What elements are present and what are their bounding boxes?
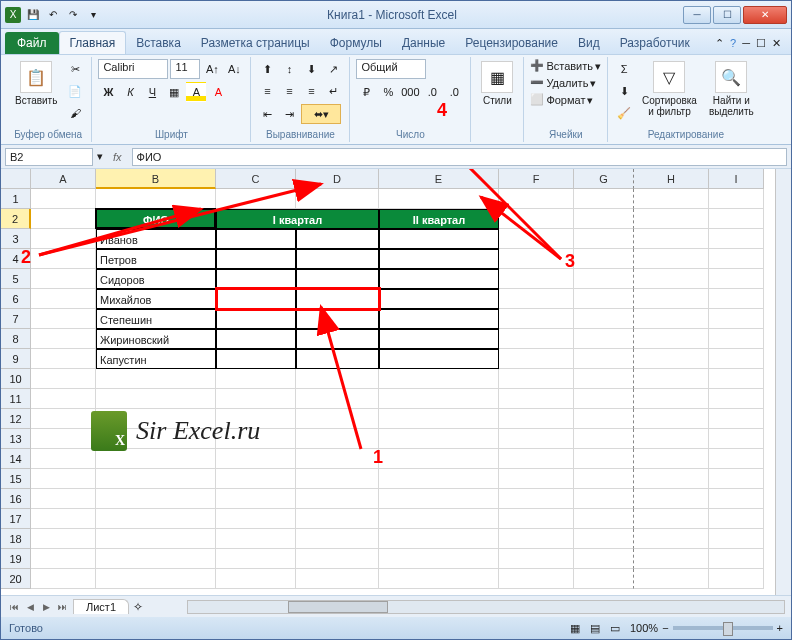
cell-e7[interactable] [379,309,499,329]
comma-icon[interactable]: 000 [400,82,420,102]
cell-i10[interactable] [709,369,764,389]
cell-b10[interactable] [96,369,216,389]
cell-i7[interactable] [709,309,764,329]
cell-a18[interactable] [31,529,96,549]
cell-g15[interactable] [574,469,634,489]
sheet-nav-last-icon[interactable]: ⏭ [55,600,69,614]
cell-a15[interactable] [31,469,96,489]
indent-right-icon[interactable]: ⇥ [279,104,299,124]
cell-h13[interactable] [634,429,709,449]
cell-f6[interactable] [499,289,574,309]
cell-f8[interactable] [499,329,574,349]
cell-i1[interactable] [709,189,764,209]
cell-c16[interactable] [216,489,296,509]
cell-d4[interactable] [296,249,379,269]
format-cells-button[interactable]: ⬜Формат ▾ [530,93,593,107]
cell-g12[interactable] [574,409,634,429]
cell-e17[interactable] [379,509,499,529]
sheet-tab-1[interactable]: Лист1 [73,599,129,614]
row-header-16[interactable]: 16 [1,489,31,509]
save-icon[interactable]: 💾 [25,7,41,23]
row-header-6[interactable]: 6 [1,289,31,309]
autosum-icon[interactable]: Σ [614,59,634,79]
row-header-3[interactable]: 3 [1,229,31,249]
increase-decimal-icon[interactable]: .0 [422,82,442,102]
col-header-d[interactable]: D [296,169,379,189]
cell-a5[interactable] [31,269,96,289]
cell-h18[interactable] [634,529,709,549]
cell-g20[interactable] [574,569,634,589]
cell-e18[interactable] [379,529,499,549]
cell-g16[interactable] [574,489,634,509]
cell-h5[interactable] [634,269,709,289]
cell-e6[interactable] [379,289,499,309]
doc-min-icon[interactable]: ─ [742,37,750,50]
insert-cells-button[interactable]: ➕Вставить ▾ [530,59,601,73]
view-layout-icon[interactable]: ▤ [590,622,600,635]
tab-formulas[interactable]: Формулы [320,32,392,54]
row-header-12[interactable]: 12 [1,409,31,429]
cut-icon[interactable]: ✂ [65,59,85,79]
cell-i3[interactable] [709,229,764,249]
horizontal-scrollbar[interactable] [187,600,785,614]
row-header-2[interactable]: 2 [1,209,31,229]
name-box[interactable]: B2 [5,148,93,166]
cell-d11[interactable] [296,389,379,409]
formula-input[interactable]: ФИО [132,148,787,166]
col-header-i[interactable]: I [709,169,764,189]
delete-cells-button[interactable]: ➖Удалить ▾ [530,76,596,90]
cell-g5[interactable] [574,269,634,289]
cell-g7[interactable] [574,309,634,329]
cell-c19[interactable] [216,549,296,569]
tab-developer[interactable]: Разработчик [610,32,700,54]
cell-a19[interactable] [31,549,96,569]
row-header-7[interactable]: 7 [1,309,31,329]
cell-i8[interactable] [709,329,764,349]
cell-f7[interactable] [499,309,574,329]
sort-filter-button[interactable]: ▽ Сортировка и фильтр [638,59,701,119]
decrease-decimal-icon[interactable]: .0 [444,82,464,102]
cell-f16[interactable] [499,489,574,509]
cell-d10[interactable] [296,369,379,389]
cell-e13[interactable] [379,429,499,449]
cell-h6[interactable] [634,289,709,309]
cell-h9[interactable] [634,349,709,369]
cell-f1[interactable] [499,189,574,209]
qat-more-icon[interactable]: ▾ [85,7,101,23]
cell-f4[interactable] [499,249,574,269]
cell-d19[interactable] [296,549,379,569]
cell-e15[interactable] [379,469,499,489]
cell-g17[interactable] [574,509,634,529]
tab-data[interactable]: Данные [392,32,455,54]
cell-d7[interactable] [296,309,379,329]
cell-h10[interactable] [634,369,709,389]
row-header-17[interactable]: 17 [1,509,31,529]
cell-f14[interactable] [499,449,574,469]
cell-h11[interactable] [634,389,709,409]
tab-insert[interactable]: Вставка [126,32,191,54]
cell-b6[interactable]: Михайлов [96,289,216,309]
new-sheet-icon[interactable]: ✧ [133,600,143,614]
cell-i11[interactable] [709,389,764,409]
cell-a14[interactable] [31,449,96,469]
undo-icon[interactable]: ↶ [45,7,61,23]
col-header-a[interactable]: A [31,169,96,189]
cell-c5[interactable] [216,269,296,289]
cell-h16[interactable] [634,489,709,509]
cell-i6[interactable] [709,289,764,309]
file-tab[interactable]: Файл [5,32,59,54]
cell-g2[interactable] [574,209,634,229]
row-header-10[interactable]: 10 [1,369,31,389]
cell-b4[interactable]: Петров [96,249,216,269]
cell-c20[interactable] [216,569,296,589]
cell-a16[interactable] [31,489,96,509]
cell-e14[interactable] [379,449,499,469]
cell-h15[interactable] [634,469,709,489]
cell-f10[interactable] [499,369,574,389]
cell-d9[interactable] [296,349,379,369]
cell-f9[interactable] [499,349,574,369]
cell-e20[interactable] [379,569,499,589]
cell-g13[interactable] [574,429,634,449]
cell-c10[interactable] [216,369,296,389]
cell-h14[interactable] [634,449,709,469]
